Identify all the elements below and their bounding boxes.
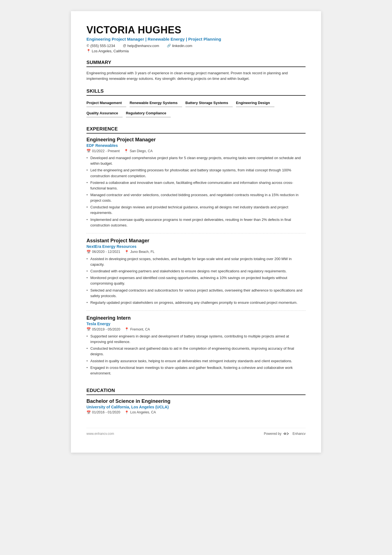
edu-degree: Bachelor of Science in Engineering: [86, 398, 306, 404]
skill-item: Project Management: [86, 99, 126, 107]
pin-icon: 📍: [124, 149, 128, 153]
skill-item: Engineering Design: [236, 99, 274, 107]
education-section: EDUCATION Bachelor of Science in Enginee…: [86, 388, 306, 415]
skills-grid: Project ManagementRenewable Energy Syste…: [86, 99, 306, 120]
skill-item: Battery Storage Systems: [185, 99, 233, 107]
list-item: Managed contractor and vendor selections…: [86, 192, 306, 203]
job-meta: 📅 01/2022 - Present 📍 San Diego, CA: [86, 149, 306, 153]
job-title: Engineering Intern: [86, 315, 306, 321]
list-item: Conducted regular design reviews and pro…: [86, 204, 306, 216]
phone-value: (555) 555-1234: [90, 44, 115, 48]
job-location: 📍 San Diego, CA: [124, 149, 153, 153]
candidate-name: VICTORIA HUGHES: [86, 24, 306, 36]
list-item: Fostered a collaborative and innovative …: [86, 180, 306, 191]
pin-icon: 📍: [125, 410, 129, 415]
skill-item: Quality Assurance: [86, 109, 123, 117]
job-block: Assistant Project ManagerNextEra Energy …: [86, 238, 306, 311]
job-title: Engineering Project Manager: [86, 137, 306, 143]
email-contact: @ help@enhancv.com: [123, 44, 159, 48]
list-item: Selected and managed contractors and sub…: [86, 288, 306, 299]
skills-section: SKILLS Project ManagementRenewable Energ…: [86, 88, 306, 120]
experience-list: Engineering Project ManagerEDF Renewable…: [86, 137, 306, 381]
job-meta: 📅 05/2019 - 05/2020 📍 Fremont, CA: [86, 327, 306, 331]
list-item: Assisted in developing project scopes, s…: [86, 256, 306, 267]
list-item: Regularly updated project stakeholders o…: [86, 300, 306, 305]
summary-title: SUMMARY: [86, 60, 306, 67]
link-icon: 🔗: [167, 44, 171, 48]
job-location: 📍 Fremont, CA: [125, 327, 150, 331]
phone-icon: ✆: [86, 44, 89, 48]
location-contact: 📍 Los Angeles, California: [86, 49, 129, 53]
edu-meta: 📅 01/2016 - 01/2020 📍 Los Angeles, CA: [86, 410, 306, 415]
candidate-title: Engineering Project Manager | Renewable …: [86, 37, 306, 41]
phone-contact: ✆ (555) 555-1234: [86, 44, 115, 48]
enhancv-icon: [283, 431, 291, 436]
summary-text: Engineering professional with 3 years of…: [86, 70, 306, 82]
experience-section: EXPERIENCE Engineering Project ManagerED…: [86, 126, 306, 381]
experience-title: EXPERIENCE: [86, 126, 306, 134]
linkedin-contact: 🔗 linkedin.com: [167, 44, 192, 48]
list-item: Implemented and oversaw quality assuranc…: [86, 217, 306, 228]
job-block: Engineering InternTesla Energy 📅 05/2019…: [86, 315, 306, 381]
company-name: Tesla Energy: [86, 322, 306, 326]
edu-date: 📅 01/2016 - 01/2020: [86, 410, 120, 415]
location-icon: 📍: [86, 49, 91, 53]
bullet-list: Assisted in developing project scopes, s…: [86, 256, 306, 305]
company-name: NextEra Energy Resources: [86, 244, 306, 249]
enhancv-branding: Powered by Enhancv: [264, 431, 306, 436]
job-date: 📅 06/2020 - 12/2021: [86, 250, 120, 254]
pin-icon: 📍: [125, 250, 129, 254]
company-name: EDF Renewables: [86, 143, 306, 148]
list-item: Coordinated with engineering partners an…: [86, 268, 306, 274]
job-block: Engineering Project ManagerEDF Renewable…: [86, 137, 306, 233]
email-value: help@enhancv.com: [127, 44, 159, 48]
email-icon: @: [123, 44, 126, 48]
bullet-list: Supported senior engineers in design and…: [86, 334, 306, 376]
job-meta: 📅 06/2020 - 12/2021 📍 Juno Beach, FL: [86, 250, 306, 254]
list-item: Supported senior engineers in design and…: [86, 334, 306, 345]
enhancv-brand-name: Enhancv: [292, 432, 306, 436]
job-title: Assistant Project Manager: [86, 238, 306, 244]
skill-item: Regulatory Compliance: [126, 109, 171, 117]
list-item: Conducted technical research and gathere…: [86, 346, 306, 357]
list-item: Monitored project expenses and identifie…: [86, 275, 306, 286]
education-title: EDUCATION: [86, 388, 306, 395]
job-date: 📅 05/2019 - 05/2020: [86, 327, 120, 331]
calendar-icon: 📅: [86, 250, 91, 254]
summary-section: SUMMARY Engineering professional with 3 …: [86, 60, 306, 82]
location-value: Los Angeles, California: [92, 49, 129, 53]
job-date: 📅 01/2022 - Present: [86, 149, 120, 153]
list-item: Led the engineering and permitting proce…: [86, 167, 306, 179]
list-item: Assisted in quality assurance tasks, hel…: [86, 358, 306, 364]
location-row: 📍 Los Angeles, California: [86, 49, 306, 53]
resume-page: VICTORIA HUGHES Engineering Project Mana…: [71, 11, 321, 453]
skills-title: SKILLS: [86, 88, 306, 96]
footer-website: www.enhancv.com: [86, 432, 114, 436]
job-location: 📍 Juno Beach, FL: [125, 250, 155, 254]
calendar-icon: 📅: [86, 327, 91, 331]
pin-icon: 📍: [125, 327, 129, 331]
calendar-icon: 📅: [86, 149, 91, 153]
list-item: Engaged in cross-functional team meeting…: [86, 365, 306, 376]
calendar-icon: 📅: [86, 410, 91, 415]
resume-header: VICTORIA HUGHES Engineering Project Mana…: [86, 24, 306, 53]
edu-location: 📍 Los Angeles, CA: [125, 410, 156, 415]
contact-row: ✆ (555) 555-1234 @ help@enhancv.com 🔗 li…: [86, 44, 306, 48]
list-item: Developed and managed comprehensive proj…: [86, 155, 306, 166]
page-footer: www.enhancv.com Powered by Enhancv: [86, 428, 306, 436]
powered-by-label: Powered by: [264, 432, 281, 436]
edu-school: University of California, Los Angeles (U…: [86, 405, 306, 409]
linkedin-value: linkedin.com: [172, 44, 192, 48]
bullet-list: Developed and managed comprehensive proj…: [86, 155, 306, 228]
skill-item: Renewable Energy Systems: [130, 99, 182, 107]
